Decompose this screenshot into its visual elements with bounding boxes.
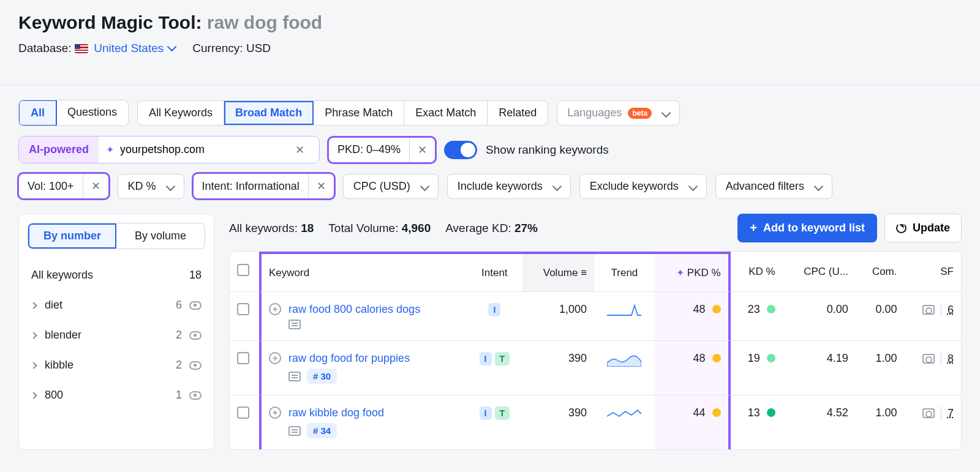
col-kd[interactable]: KD % xyxy=(731,252,783,292)
intent-badge: T xyxy=(495,352,510,365)
remove-vol-filter-icon[interactable]: ✕ xyxy=(83,174,108,198)
select-all-checkbox[interactable] xyxy=(237,264,249,276)
clear-domain-icon[interactable]: ✕ xyxy=(288,143,312,157)
advanced-filters[interactable]: Advanced filters xyxy=(715,174,832,199)
col-pkd[interactable]: ✦ PKD % xyxy=(655,252,731,292)
sf-value: 7 xyxy=(948,407,954,420)
kd-value: 13 xyxy=(731,395,783,449)
volume-value: 390 xyxy=(522,395,595,449)
sidebar-all-keywords[interactable]: All keywords 18 xyxy=(28,260,205,290)
include-keywords-filter[interactable]: Include keywords xyxy=(447,174,571,199)
col-intent[interactable]: Intent xyxy=(467,252,522,292)
beta-badge: beta xyxy=(628,108,652,119)
intent-badge: I xyxy=(488,303,500,317)
serp-features-icon[interactable] xyxy=(922,408,935,418)
tab-exact-match[interactable]: Exact Match xyxy=(404,101,488,125)
pkd-value: 48 xyxy=(655,292,731,341)
chevron-right-icon xyxy=(30,302,37,309)
col-cpc[interactable]: CPC (U... xyxy=(783,252,856,292)
sidebar: By number By volume All keywords 18 diet… xyxy=(18,214,214,450)
table-row: +raw dog food for puppies# 30I T39048 19… xyxy=(230,341,961,395)
volume-filter-chip: Vol: 100+ ✕ xyxy=(18,173,109,199)
tab-by-number[interactable]: By number xyxy=(28,223,116,249)
col-sf[interactable]: SF xyxy=(905,252,962,292)
expand-keyword-icon[interactable]: + xyxy=(269,352,281,364)
volume-value: 390 xyxy=(522,341,595,395)
results-summary: All keywords: 18 Total Volume: 4,960 Ave… xyxy=(229,222,538,235)
keyword-link[interactable]: raw food 800 calories dogs xyxy=(288,303,420,316)
us-flag-icon xyxy=(75,44,88,53)
row-checkbox[interactable] xyxy=(237,303,249,315)
sidebar-group-blender[interactable]: blender2 xyxy=(28,320,205,350)
chevron-right-icon xyxy=(30,392,37,399)
tab-broad-match[interactable]: Broad Match xyxy=(224,101,314,125)
sidebar-group-800[interactable]: 8001 xyxy=(28,380,205,410)
serp-icon[interactable] xyxy=(288,320,301,329)
trend-sparkline xyxy=(594,341,655,395)
ai-powered-tag: AI-powered xyxy=(19,137,99,163)
col-trend[interactable]: Trend xyxy=(594,252,655,292)
serp-icon[interactable] xyxy=(288,426,301,436)
remove-intent-filter-icon[interactable]: ✕ xyxy=(308,174,334,198)
table-row: +raw food 800 calories dogsI1,00048 23 0… xyxy=(230,292,961,341)
cpc-filter[interactable]: CPC (USD) xyxy=(343,174,439,199)
sidebar-group-kibble[interactable]: kibble2 xyxy=(28,350,205,380)
kd-value: 23 xyxy=(731,292,783,341)
rank-badge: # 34 xyxy=(307,423,337,438)
tab-related[interactable]: Related xyxy=(488,101,548,125)
keyword-link[interactable]: raw kibble dog food xyxy=(288,406,384,419)
database-selector[interactable]: Database: United States xyxy=(18,42,175,55)
serp-icon[interactable] xyxy=(288,372,301,381)
row-checkbox[interactable] xyxy=(237,352,249,364)
col-volume[interactable]: Volume ≡ xyxy=(522,252,595,292)
expand-keyword-icon[interactable]: + xyxy=(269,406,281,419)
tab-all[interactable]: All xyxy=(18,100,57,126)
col-keyword[interactable]: Keyword xyxy=(259,252,467,292)
kd-value: 19 xyxy=(731,341,783,395)
expand-keyword-icon[interactable]: + xyxy=(269,303,281,315)
update-button[interactable]: Update xyxy=(884,214,962,242)
trend-sparkline xyxy=(594,395,655,449)
add-to-keyword-list-button[interactable]: + Add to keyword list xyxy=(737,214,877,242)
tab-by-volume[interactable]: By volume xyxy=(116,223,205,249)
intent-filter-chip: Intent: Informational ✕ xyxy=(193,173,334,199)
keywords-table: Keyword Intent Volume ≡ Trend ✦ PKD % KD… xyxy=(229,251,962,450)
cpc-value: 0.00 xyxy=(783,292,856,341)
eye-icon[interactable] xyxy=(189,391,202,400)
intent-badge: I xyxy=(480,406,492,420)
tab-all-keywords[interactable]: All Keywords xyxy=(138,101,224,125)
chevron-down-icon xyxy=(165,181,175,191)
domain-input[interactable] xyxy=(120,137,282,163)
tab-phrase-match[interactable]: Phrase Match xyxy=(314,101,404,125)
col-com[interactable]: Com. xyxy=(856,252,905,292)
refresh-icon xyxy=(896,223,907,233)
sparkle-icon: ✦ xyxy=(106,144,114,155)
kd-filter[interactable]: KD % xyxy=(118,174,184,199)
intent-badge: I xyxy=(480,352,492,365)
com-value: 0.00 xyxy=(856,292,905,341)
scope-tabs: All Questions xyxy=(18,100,129,126)
sf-value: 8 xyxy=(948,353,954,365)
show-ranking-toggle[interactable] xyxy=(444,141,477,159)
keyword-link[interactable]: raw dog food for puppies xyxy=(288,352,410,365)
row-checkbox[interactable] xyxy=(237,406,249,419)
chevron-down-icon xyxy=(420,181,429,191)
intent-badge: T xyxy=(495,406,510,420)
sidebar-group-diet[interactable]: diet6 xyxy=(28,290,205,320)
serp-features-icon[interactable] xyxy=(922,354,935,364)
serp-features-icon[interactable] xyxy=(922,305,935,315)
cpc-value: 4.19 xyxy=(783,341,856,395)
eye-icon[interactable] xyxy=(189,301,202,310)
eye-icon[interactable] xyxy=(189,361,202,370)
match-tabs: All Keywords Broad Match Phrase Match Ex… xyxy=(137,100,548,125)
chevron-down-icon xyxy=(552,181,562,191)
table-row: +raw kibble dog food# 34I T39044 13 4.52… xyxy=(230,395,961,449)
trend-sparkline xyxy=(594,292,655,341)
tab-questions[interactable]: Questions xyxy=(56,100,128,125)
remove-pkd-filter-icon[interactable]: ✕ xyxy=(409,138,435,162)
chevron-down-icon xyxy=(662,108,671,118)
languages-filter[interactable]: Languages beta xyxy=(557,100,680,125)
query-text: raw dog food xyxy=(207,12,322,32)
exclude-keywords-filter[interactable]: Exclude keywords xyxy=(579,174,707,199)
eye-icon[interactable] xyxy=(189,331,202,340)
